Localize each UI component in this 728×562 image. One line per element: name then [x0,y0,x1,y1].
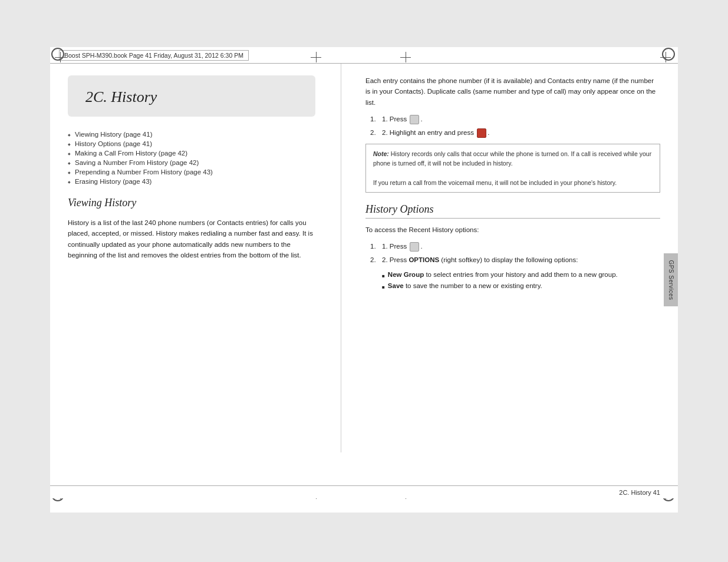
toc-item-6: Erasing History (page 43) [68,178,315,185]
new-group-label: New Group [388,271,424,278]
header-bar: Boost SPH-M390.book Page 41 Friday, Augu… [50,47,678,64]
step2-highlight-label: 2. Highlight an entry and press [382,129,474,136]
right-column: Each entry contains the phone number (if… [348,64,678,454]
toc-list: Viewing History (page 41) History Option… [68,131,315,185]
crosshair-mid-top-right [400,52,411,62]
toc-item-3: Making a Call From History (page 42) [68,150,315,157]
save-label: Save [388,282,404,289]
ho-step-2-text: 2. Press OPTIONS (right softkey) to disp… [382,254,660,265]
history-options-bullets: ■ New Group to select entries from your … [382,271,660,290]
crosshair-mid-top-left [311,52,321,62]
step1-press-label: 1. Press [382,115,407,123]
bullet-new-group-text: New Group to select entries from your hi… [388,271,618,278]
note-text-2: If you return a call from the voicemail … [373,179,617,186]
note-text-1: History records only calls that occur wh… [373,150,651,167]
ho-step-2-num: 2. [370,254,382,265]
toc-item-5: Prepending a Number From History (page 4… [68,168,315,176]
column-divider [341,64,341,452]
step-1: 1. 1. Press . [370,114,660,124]
note-label: Note: [373,150,389,157]
bullet-new-group: ■ New Group to select entries from your … [382,271,660,279]
step-2-text: 2. Highlight an entry and press . [382,127,660,138]
button-icon-red [477,128,486,138]
ho-step-1: 1. 1. Press . [370,241,660,252]
bullet-save-text: Save to save the number to a new or exis… [388,282,542,289]
ho-button-icon [410,242,419,252]
circle-top-right [662,48,675,61]
footer-text: 2C. History 41 [619,489,660,496]
ho-options-label: OPTIONS [409,256,439,263]
ho-step2-press-label: 2. Press [382,256,407,263]
bullet-save: ■ Save to save the number to a new or ex… [382,282,660,290]
save-text: to save the number to a new or existing … [406,282,542,289]
toc-item-4: Saving a Number From History (page 42) [68,159,315,166]
gps-tab-label: GPS Services [668,260,674,300]
page-footer: 2C. History 41 [50,485,678,498]
toc-item-2: History Options (page 41) [68,140,315,147]
header-bar-text: Boost SPH-M390.book Page 41 Friday, Augu… [59,50,249,61]
new-group-text: to select entries from your history and … [426,271,617,278]
left-column: 2C. History Viewing History (page 41) Hi… [50,64,333,454]
ho-step2-suffix: (right softkey) to display the following… [441,256,578,263]
ho-step1-press-label: 1. Press [382,243,407,250]
chapter-title: 2C. History [85,88,298,106]
viewing-history-heading: Viewing History [68,197,315,211]
history-options-heading: History Options [365,203,660,219]
ho-step-2: 2. 2. Press OPTIONS (right softkey) to d… [370,254,660,265]
viewing-history-body: History is a list of the last 240 phone … [68,217,315,261]
ho-step-1-text: 1. Press . [382,241,660,252]
step-2: 2. 2. Highlight an entry and press . [370,127,660,138]
right-intro-text: Each entry contains the phone number (if… [365,75,660,108]
circle-top-left [51,48,64,61]
note-box: Note: History records only calls that oc… [365,144,660,193]
history-options-steps: 1. 1. Press . 2. 2. Press OPTIONS (right… [370,241,660,265]
history-options-intro: To access the Recent History options: [365,224,660,235]
step-1-num: 1. [370,114,382,124]
step-1-text: 1. Press . [382,114,660,124]
gps-services-tab: GPS Services [664,253,678,306]
viewing-steps: 1. 1. Press . 2. 2. Highlight an entry a… [370,114,660,138]
chapter-title-box: 2C. History [68,75,315,117]
toc-item-1: Viewing History (page 41) [68,131,315,138]
button-icon-1 [410,115,419,124]
step-2-num: 2. [370,127,382,138]
ho-step-1-num: 1. [370,241,382,252]
